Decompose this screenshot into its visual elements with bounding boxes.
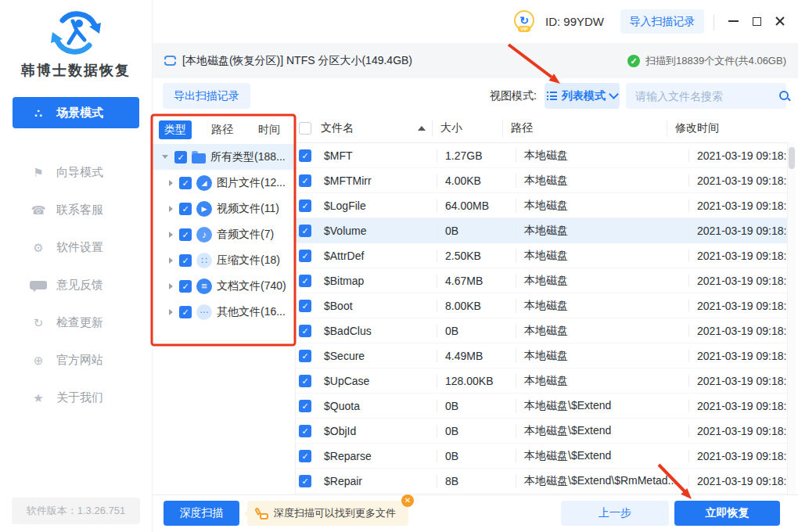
tab-time[interactable]: 时间 — [253, 120, 286, 139]
tree-item[interactable]: ≡ 文档文件(740) — [153, 273, 295, 299]
table-header: 文件名 大小 路径 修改时间 — [296, 113, 787, 143]
view-mode-dropdown[interactable]: 列表模式 — [545, 83, 620, 109]
cell-filename: $MFT — [322, 149, 437, 162]
row-checkbox[interactable] — [299, 250, 311, 262]
cell-size: 64.00MB — [437, 200, 516, 212]
expand-caret-icon[interactable] — [169, 180, 173, 186]
tree-item-label: 图片文件(12... — [217, 176, 286, 190]
recover-now-button[interactable]: 立即恢复 — [674, 501, 780, 526]
vip-badge-icon[interactable]: ↻ VIP — [514, 10, 534, 31]
table-row[interactable]: $MFT 1.27GB 本地磁盘 2021-03-19 09:18:30 — [296, 143, 787, 168]
expand-caret-icon[interactable] — [169, 283, 173, 289]
sidebar-item-settings[interactable]: ⚙ 软件设置 — [13, 232, 139, 263]
import-scan-record-button[interactable]: 导入扫描记录 — [620, 9, 704, 34]
tree-item[interactable]: ∷ 压缩文件(18) — [153, 247, 295, 273]
tree-item[interactable]: ◢ 图片文件(12... — [153, 170, 295, 196]
type-checkbox[interactable] — [179, 254, 192, 267]
close-button[interactable] — [772, 13, 788, 29]
row-checkbox[interactable] — [299, 225, 311, 237]
type-checkbox[interactable] — [179, 306, 192, 318]
row-checkbox[interactable] — [299, 200, 311, 212]
sidebar-item-check-update[interactable]: ↻ 检查更新 — [13, 307, 139, 338]
minimize-button[interactable] — [725, 13, 741, 29]
column-header-filename[interactable]: 文件名 — [319, 120, 432, 137]
row-checkbox[interactable] — [299, 275, 311, 287]
row-checkbox[interactable] — [299, 475, 311, 487]
table-row[interactable]: $UpCase 128.00KB 本地磁盘 2021-03-19 09:18:3… — [296, 368, 787, 394]
expand-caret-icon[interactable] — [169, 257, 173, 264]
vertical-scrollbar[interactable] — [787, 142, 796, 494]
cell-modified: 2021-03-19 09:18:30 — [688, 250, 787, 262]
table-row[interactable]: $Quota 0B 本地磁盘\$Extend 2021-03-19 09:18:… — [296, 394, 787, 419]
sidebar-item-feedback[interactable]: … 意见反馈 — [13, 269, 139, 300]
scene-mode-icon: ∴ — [30, 107, 47, 119]
table-row[interactable]: $Reparse 0B 本地磁盘\$Extend 2021-03-19 09:1… — [296, 444, 787, 469]
tree-item[interactable]: ♪ 音频文件(7) — [153, 221, 295, 247]
scan-result: ✓ 扫描到18839个文件(共4.06GB) — [627, 54, 786, 68]
cell-path: 本地磁盘 — [516, 199, 688, 213]
tree-item[interactable]: 所有类型(188... — [153, 144, 295, 170]
search-input[interactable] — [634, 89, 778, 103]
toolbar: 导出扫描记录 视图模式: 列表模式 — [153, 78, 798, 113]
row-checkbox[interactable] — [299, 350, 311, 362]
type-checkbox[interactable] — [179, 228, 192, 241]
sidebar-item-about[interactable]: ★ 关于我们 — [13, 382, 139, 413]
row-checkbox[interactable] — [299, 300, 311, 312]
column-header-size[interactable]: 大小 — [432, 120, 502, 137]
disk-info-text: [本地磁盘(恢复分区)] NTFS 分区大小(149.4GB) — [182, 54, 412, 68]
phone-icon: ☎ — [30, 204, 47, 216]
row-checkbox[interactable] — [299, 375, 311, 387]
column-header-modified[interactable]: 修改时间 — [667, 120, 787, 137]
expand-caret-icon[interactable] — [169, 232, 173, 238]
sidebar-item-support[interactable]: ☎ 联系客服 — [13, 194, 139, 225]
previous-step-button[interactable]: 上一步 — [561, 501, 669, 526]
table-row[interactable]: $Bitmap 4.67MB 本地磁盘 2021-03-19 09:18:30 — [296, 268, 787, 293]
type-checkbox[interactable] — [179, 177, 192, 189]
table-row[interactable]: $Repair 8B 本地磁盘\$Extend\$RmMetad... 2021… — [296, 469, 787, 494]
cell-path: 本地磁盘 — [516, 224, 688, 238]
sidebar-item-label: 检查更新 — [56, 315, 103, 330]
row-checkbox[interactable] — [299, 425, 311, 437]
feedback-bubble-icon: … — [30, 281, 47, 289]
sidebar-item-scene-mode[interactable]: ∴ 场景模式 — [13, 97, 139, 128]
row-checkbox[interactable] — [299, 400, 311, 412]
tree-item[interactable]: … 其他文件(16... — [153, 299, 295, 325]
cell-modified: 2021-03-19 09:18:30 — [688, 149, 787, 162]
table-row[interactable]: $Boot 8.00KB 本地磁盘 2021-03-19 09:18:30 — [296, 293, 787, 318]
gear-icon: ⚙ — [30, 242, 47, 253]
scrollbar-thumb[interactable] — [789, 147, 795, 169]
tab-type[interactable]: 类型 — [159, 120, 192, 139]
table-row[interactable]: $Secure 4.49MB 本地磁盘 2021-03-19 09:18:30 — [296, 343, 787, 368]
row-checkbox[interactable] — [299, 325, 311, 337]
column-header-path[interactable]: 路径 — [502, 120, 667, 137]
expand-caret-icon[interactable] — [169, 206, 173, 212]
sidebar-item-website[interactable]: ⊕ 官方网站 — [13, 344, 139, 376]
tooltip-close-icon[interactable] — [401, 494, 414, 507]
table-row[interactable]: $Volume 0B 本地磁盘 2021-03-19 09:18:30 — [296, 218, 787, 243]
table-row[interactable]: $BadClus 0B 本地磁盘 2021-03-19 09:18:30 — [296, 318, 787, 343]
tree-item-label: 文档文件(740) — [217, 279, 286, 293]
table-row[interactable]: $LogFile 64.00MB 本地磁盘 2021-03-19 09:18:3… — [296, 193, 787, 218]
row-checkbox[interactable] — [299, 450, 311, 462]
table-row[interactable]: $ObjId 0B 本地磁盘\$Extend 2021-03-19 09:18:… — [296, 419, 787, 444]
cell-filename: $AttrDef — [322, 250, 437, 262]
maximize-button[interactable] — [749, 13, 764, 29]
deep-scan-tooltip: 深度扫描可以找到更多文件 — [247, 501, 408, 526]
user-id: ID: 99YDW — [545, 15, 604, 28]
row-checkbox[interactable] — [299, 149, 311, 162]
sidebar-item-wizard-mode[interactable]: ⚑ 向导模式 — [13, 156, 139, 188]
export-scan-record-button[interactable]: 导出扫描记录 — [163, 83, 250, 109]
expand-caret-icon[interactable] — [162, 155, 168, 159]
select-all-checkbox[interactable] — [299, 122, 311, 135]
type-checkbox[interactable] — [179, 280, 192, 293]
tree-item[interactable]: ▶ 视频文件(11) — [153, 196, 295, 221]
table-row[interactable]: $MFTMirr 4.00KB 本地磁盘 2021-03-19 09:18:30 — [296, 168, 787, 193]
deep-scan-button[interactable]: 深度扫描 — [164, 501, 239, 526]
table-row[interactable]: $AttrDef 2.50KB 本地磁盘 2021-03-19 09:18:30 — [296, 243, 787, 268]
type-checkbox[interactable] — [174, 151, 187, 164]
type-checkbox[interactable] — [179, 203, 192, 215]
tab-path[interactable]: 路径 — [206, 120, 239, 139]
expand-caret-icon[interactable] — [169, 309, 173, 315]
row-checkbox[interactable] — [299, 174, 311, 187]
cell-modified: 2021-03-19 09:18:31 — [688, 450, 787, 462]
